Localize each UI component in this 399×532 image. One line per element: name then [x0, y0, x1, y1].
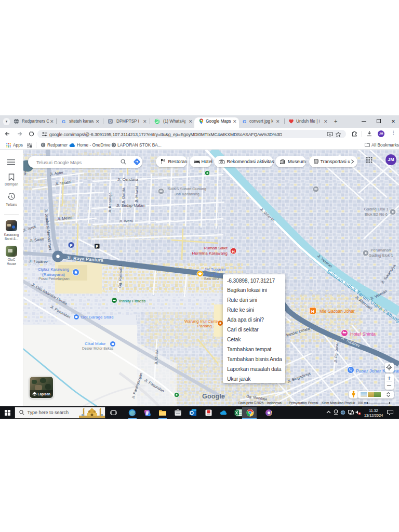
- svg-text:Ciplaz Karawang: Ciplaz Karawang: [38, 267, 69, 272]
- svg-text:Hermina Karawang: Hermina Karawang: [192, 251, 228, 256]
- svg-text:P: P: [96, 245, 98, 248]
- svg-text:Jl. Otista: Jl. Otista: [154, 349, 159, 365]
- svg-text:Jl. Weru: Jl. Weru: [119, 219, 133, 223]
- svg-text:Mitra Re: Mitra Re: [204, 272, 220, 277]
- svg-text:Blok E2 No 6: Blok E2 No 6: [365, 212, 388, 217]
- svg-text:Gading Elok 1: Gading Elok 1: [368, 253, 393, 258]
- svg-text:H: H: [311, 309, 314, 314]
- svg-text:Dealer Motor Bekas: Dealer Motor Bekas: [82, 347, 114, 350]
- svg-text:Jl. Kenanga: Jl. Kenanga: [108, 192, 112, 213]
- svg-text:Perumahan: Perumahan: [371, 248, 391, 252]
- svg-text:Dot Garage Store: Dot Garage Store: [81, 315, 114, 320]
- svg-text:Pusat Perbelanjaan: Pusat Perbelanjaan: [38, 277, 70, 281]
- svg-text:H: H: [232, 249, 235, 254]
- svg-text:Jl. Sedap Malam: Jl. Sedap Malam: [116, 203, 145, 208]
- svg-text:Rumah Sakit: Rumah Sakit: [204, 246, 228, 250]
- svg-text:G: G: [62, 118, 65, 124]
- svg-text:Infinity Fitness: Infinity Fitness: [119, 299, 145, 303]
- svg-text:g: g: [24, 170, 26, 175]
- svg-text:Jati Karawang: Jati Karawang: [175, 192, 200, 196]
- svg-text:(Ramayana): (Ramayana): [42, 272, 65, 277]
- svg-text:JM Tuparev: JM Tuparev: [204, 267, 226, 272]
- svg-text:Gading Elok 1: Gading Elok 1: [364, 207, 388, 211]
- svg-text:Jl. Tuparev: Jl. Tuparev: [29, 259, 48, 264]
- svg-text:Jl. Mawar: Jl. Mawar: [134, 185, 139, 203]
- svg-text:G: G: [243, 118, 246, 124]
- svg-text:Jl. Cendana: Jl. Cendana: [117, 177, 139, 182]
- svg-text:Mie Gacoan Johar: Mie Gacoan Johar: [320, 309, 355, 314]
- svg-text:D: D: [109, 119, 112, 123]
- svg-text:P: P: [70, 243, 72, 248]
- svg-text:SMKS Sunan Gunung: SMKS Sunan Gunung: [168, 187, 206, 191]
- svg-text:Hotel Shinta: Hotel Shinta: [350, 331, 376, 337]
- svg-text:Cikal Motor: Cikal Motor: [85, 341, 106, 346]
- svg-text:Jl. Dahlia: Jl. Dahlia: [121, 187, 126, 204]
- svg-text:Padang: Padang: [197, 324, 212, 328]
- svg-text:Batu dilha: Batu dilha: [204, 277, 219, 281]
- svg-text:Warung Inul Ceria: Warung Inul Ceria: [184, 319, 218, 324]
